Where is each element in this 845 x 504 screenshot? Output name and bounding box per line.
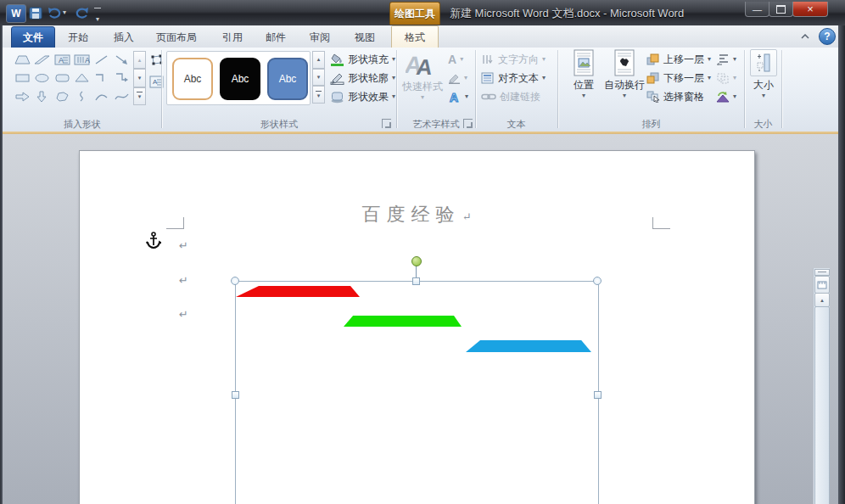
tab-format-active[interactable]: 格式 [391,25,439,48]
tab-references[interactable]: 引用 [214,28,251,48]
send-backward-button[interactable]: 下移一层 ▾ [646,70,711,86]
shape-right-arrow-icon[interactable] [13,87,32,105]
tab-insert[interactable]: 插入 [105,28,143,48]
shape-trapezoid-icon[interactable] [13,51,32,69]
shape-outline-icon [330,72,344,85]
maximize-button[interactable] [769,2,793,17]
scrollbar-thumb[interactable] [814,306,830,504]
resize-handle-top-left[interactable] [231,277,239,285]
paragraph-mark: ↵ [179,308,188,321]
align-text-button[interactable]: 对齐文本 ▾ [481,70,546,86]
collapse-ribbon-icon[interactable] [798,31,812,42]
shape-styles-dialog-launcher[interactable] [382,119,391,128]
shape-style-scroll-down[interactable]: ▾ [312,69,325,87]
selection-pane-button[interactable]: 选择窗格 [646,89,704,104]
size-button[interactable]: 大小 ▾ [747,49,781,99]
shape-gallery-scroll-up[interactable]: ▴ [133,51,146,69]
document-area: 百度经验↵ ↵ ↵ ↵ [0,134,845,504]
document-title-text[interactable]: 百度经验↵ [323,202,510,227]
save-icon[interactable] [27,4,44,21]
text-fill-button[interactable]: A ▾ [448,52,463,67]
green-trapezoid-shape[interactable] [344,316,462,327]
svg-text:A: A [415,54,434,78]
quick-styles-button[interactable]: A A 快速样式 ▾ [402,49,443,101]
ruler-toggle-button[interactable] [814,276,830,294]
shape-style-preset-2[interactable]: Abc [220,58,260,100]
shape-arrow-icon[interactable] [112,51,132,69]
shape-gallery-more[interactable]: ▾ [133,87,146,105]
shape-freeform-icon[interactable] [53,87,72,105]
word-app-icon[interactable]: W [6,4,26,23]
shape-oval-icon[interactable] [32,69,52,87]
tab-page-layout[interactable]: 页面布局 [148,28,205,48]
shape-style-scroll-up[interactable]: ▴ [312,51,325,69]
redo-icon[interactable] [73,4,90,21]
shape-fill-button[interactable]: 形状填充 ▾ [330,52,395,67]
group-objects-button[interactable]: ▾ [716,70,736,86]
shape-effects-button[interactable]: 形状效果 ▾ [330,89,395,104]
bring-forward-button[interactable]: 上移一层 ▾ [646,52,711,67]
shape-style-gallery: Abc Abc Abc [166,51,311,105]
rotate-objects-button[interactable]: ▾ [716,89,736,104]
drawing-tools-contextual-header: 绘图工具 [389,2,440,25]
create-link-button[interactable]: 创建链接 [481,89,540,104]
shape-style-preset-3[interactable]: Abc [267,58,308,100]
shape-style-more[interactable]: ▾ [312,86,325,104]
shape-fill-icon [330,53,344,66]
undo-icon[interactable] [46,4,63,21]
shape-line-icon[interactable] [92,51,111,69]
position-button[interactable]: 位置 ▾ [567,49,601,99]
shape-elbow-arrow-connector-icon[interactable] [112,69,132,87]
help-button[interactable]: ? [819,28,836,45]
close-button[interactable]: × [792,2,828,17]
shape-style-preset-1[interactable]: Abc [172,58,213,100]
text-outline-button[interactable]: ▾ [448,70,467,86]
align-objects-button[interactable]: ▾ [716,52,736,67]
rotation-handle[interactable] [411,256,422,266]
wordart-dialog-launcher[interactable] [463,119,473,128]
text-direction-button[interactable]: 文字方向 ▾ [481,52,546,67]
minimize-button[interactable]: — [745,2,769,17]
group-label-size: 大小 [745,118,781,131]
tab-review[interactable]: 审阅 [301,28,339,48]
shape-text-box-icon[interactable]: A [53,51,72,69]
resize-handle-right[interactable] [594,391,602,399]
document-page[interactable]: 百度经验↵ ↵ ↵ ↵ [79,150,755,504]
tab-mailings[interactable]: 邮件 [257,28,294,48]
shape-elbow-connector-icon[interactable] [92,69,111,87]
tab-view[interactable]: 视图 [346,28,383,48]
drawing-canvas-selection[interactable] [235,281,599,504]
wrap-text-button[interactable]: 自动换行 ▾ [602,49,646,99]
qat-customize-icon[interactable]: ▾ [93,8,102,25]
position-icon [573,49,595,76]
create-link-icon [481,92,496,102]
shape-gallery-scroll-down[interactable]: ▾ [133,69,146,87]
undo-dropdown-caret[interactable]: ▾ [63,9,66,16]
resize-handle-left[interactable] [232,391,239,399]
scroll-up-button[interactable]: ▴ [814,293,830,307]
selection-pane-icon [646,91,660,103]
shape-parallelogram-icon[interactable] [32,51,52,69]
resize-handle-top-right[interactable] [593,277,602,285]
shape-curve-icon[interactable] [112,87,132,105]
split-handle[interactable] [814,269,830,276]
tab-file[interactable]: 文件 [11,26,55,49]
align-text-icon [481,72,495,84]
shape-arc-icon[interactable] [92,87,111,105]
shape-rounded-rectangle-icon[interactable] [53,69,72,87]
anchor-icon [146,232,161,250]
resize-handle-top[interactable] [412,277,420,285]
tab-home[interactable]: 开始 [59,28,97,48]
shape-vertical-text-box-icon[interactable]: A [72,51,92,69]
shape-rectangle-icon[interactable] [13,69,32,87]
shape-triangle-icon[interactable] [72,69,92,87]
vertical-scrollbar[interactable]: ▴ [813,268,830,504]
ribbon-tab-row: 文件 开始 插入 页面布局 引用 邮件 审阅 视图 格式 [0,25,845,48]
word-window: W ▾ ▾ 绘图工具 新建 Microsoft Word 文档.docx - M… [0,0,845,504]
paragraph-mark: ↵ [179,274,188,287]
shape-down-arrow-icon[interactable] [32,87,52,105]
shape-outline-button[interactable]: 形状轮廓 ▾ [330,70,395,86]
shape-scribble-icon[interactable] [72,87,92,105]
text-effects-button[interactable]: A ▾ [448,89,468,104]
blue-trapezoid-shape[interactable] [466,340,591,352]
